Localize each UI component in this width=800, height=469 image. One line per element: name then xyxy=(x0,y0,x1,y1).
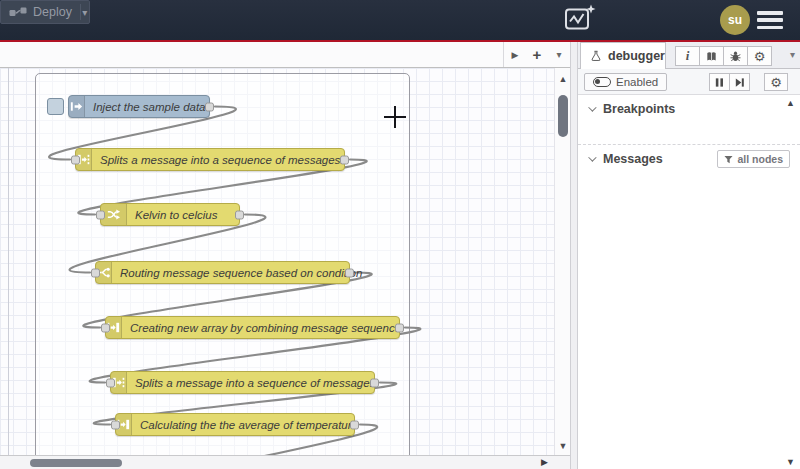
deploy-button[interactable]: Deploy ▾ xyxy=(0,0,90,24)
debugger-panel: Breakpoints Messages all nodes xyxy=(578,95,800,469)
enabled-label: Enabled xyxy=(616,76,658,88)
canvas-vertical-scrollbar[interactable]: ▲ ▼ xyxy=(554,68,570,455)
main-menu-button[interactable] xyxy=(757,11,783,29)
sidebar: debugger i xyxy=(578,42,800,469)
debug-tab-button[interactable] xyxy=(723,46,748,66)
flask-icon xyxy=(590,50,602,62)
sidebar-tab-buttons: i ⚙ xyxy=(676,46,772,66)
node-output-port[interactable] xyxy=(370,378,379,387)
scroll-tabs-right-button[interactable]: ▶ xyxy=(504,42,526,67)
node-label: Inject the sample data xyxy=(85,101,214,113)
debugger-settings-button[interactable]: ⚙ xyxy=(764,73,788,91)
inject-arrow-icon xyxy=(69,96,85,117)
vertical-scroll-thumb[interactable] xyxy=(558,95,568,137)
deploy-label: Deploy xyxy=(33,5,72,19)
message-filter-label: all nodes xyxy=(737,153,783,165)
breakpoints-section-header[interactable]: Breakpoints xyxy=(578,95,800,123)
pause-button[interactable] xyxy=(709,73,730,91)
header-bar: Deploy ▾ su xyxy=(0,0,800,40)
tab-debugger[interactable]: debugger xyxy=(580,42,666,69)
debugger-enabled-toggle[interactable]: Enabled xyxy=(584,73,667,91)
gear-icon: ⚙ xyxy=(770,75,782,90)
messages-title: Messages xyxy=(603,152,663,166)
node-output-port[interactable] xyxy=(345,268,354,277)
node-output-port[interactable] xyxy=(235,210,244,219)
flow-list-button[interactable]: ▾ xyxy=(548,42,570,67)
info-icon: i xyxy=(686,48,690,64)
deploy-caret-icon[interactable]: ▾ xyxy=(80,7,89,18)
add-flow-button[interactable]: + xyxy=(526,42,548,67)
flow-node-split[interactable]: Splits a message into a sequence of mess… xyxy=(75,148,345,171)
node-label: Routing message sequence based on condit… xyxy=(112,267,370,279)
horizontal-scroll-thumb[interactable] xyxy=(30,459,122,467)
chevron-down-icon xyxy=(588,103,596,111)
node-output-port[interactable] xyxy=(350,420,359,429)
funnel-icon xyxy=(724,155,733,164)
node-label: Calculating the the average of temperatu… xyxy=(132,419,366,431)
info-tab-button[interactable]: i xyxy=(675,46,700,66)
flow-node-inject[interactable]: Inject the sample data xyxy=(68,95,210,118)
bug-icon xyxy=(729,50,742,63)
flow-node-join[interactable]: Creating new array by combining message … xyxy=(105,316,400,339)
flow-preview-button[interactable] xyxy=(563,5,597,35)
step-forward-icon xyxy=(734,77,745,88)
node-input-port[interactable] xyxy=(101,323,110,332)
sidebar-tabbar: debugger i xyxy=(578,42,800,69)
tab-debugger-label: debugger xyxy=(608,49,665,63)
inject-trigger-button[interactable] xyxy=(47,98,64,115)
scroll-down-icon[interactable]: ▼ xyxy=(555,441,571,451)
menu-icon xyxy=(757,11,783,15)
flow-sparkle-icon xyxy=(564,4,597,36)
scroll-up-icon[interactable]: ▲ xyxy=(555,74,571,84)
node-output-port[interactable] xyxy=(205,102,214,111)
breakpoints-list xyxy=(578,123,800,145)
flow-tabbar: ▶ + ▾ xyxy=(0,42,570,68)
flow-tab-actions: ▶ + ▾ xyxy=(503,42,570,67)
node-label: Kelvin to celcius xyxy=(127,209,225,221)
node-input-port[interactable] xyxy=(91,268,100,277)
flow-node-change[interactable]: Kelvin to celcius xyxy=(100,203,240,226)
breakpoints-title: Breakpoints xyxy=(603,102,675,116)
sidebar-resize-handle[interactable] xyxy=(570,42,578,469)
pause-icon xyxy=(714,77,725,88)
step-button[interactable] xyxy=(729,73,750,91)
node-input-port[interactable] xyxy=(106,378,115,387)
sidebar-scroll-down-icon[interactable]: ▼ xyxy=(786,457,795,467)
messages-section-header[interactable]: Messages all nodes xyxy=(578,145,800,173)
node-output-port[interactable] xyxy=(395,323,404,332)
crosshair-cursor xyxy=(384,106,406,128)
node-label: Creating new array by combining message … xyxy=(122,322,409,334)
avatar-initials: su xyxy=(728,13,742,27)
deploy-node-icon xyxy=(9,6,27,18)
workspace: ▶ + ▾ Inject the sample dataSplits a mes… xyxy=(0,42,570,469)
sidebar-menu-caret-icon[interactable]: ▾ xyxy=(790,49,795,60)
node-output-port[interactable] xyxy=(340,155,349,164)
user-avatar[interactable]: su xyxy=(720,5,750,35)
node-input-port[interactable] xyxy=(71,155,80,164)
flow-node-switch[interactable]: Routing message sequence based on condit… xyxy=(95,261,350,284)
toggle-on-icon xyxy=(593,77,611,87)
flow-node-join[interactable]: Calculating the the average of temperatu… xyxy=(115,413,355,436)
gear-icon: ⚙ xyxy=(754,49,766,64)
node-label: Splits a message into a sequence of mess… xyxy=(127,377,387,389)
help-tab-button[interactable] xyxy=(699,46,724,66)
chevron-down-icon xyxy=(588,153,596,161)
scroll-right-icon[interactable]: ▶ xyxy=(541,457,548,467)
debugger-toolbar: Enabled ⚙ xyxy=(578,69,800,95)
sidebar-scroll-up-icon[interactable]: ▲ xyxy=(786,98,795,108)
config-tab-button[interactable]: ⚙ xyxy=(747,46,772,66)
message-filter-button[interactable]: all nodes xyxy=(717,150,790,168)
node-label: Splits a message into a sequence of mess… xyxy=(92,154,352,166)
node-input-port[interactable] xyxy=(96,210,105,219)
debugger-step-controls xyxy=(710,73,750,91)
node-input-port[interactable] xyxy=(111,420,120,429)
flow-canvas[interactable]: Inject the sample dataSplits a message i… xyxy=(0,68,554,455)
canvas-horizontal-scrollbar[interactable]: ▶ xyxy=(0,455,570,469)
flow-node-split[interactable]: Splits a message into a sequence of mess… xyxy=(110,371,375,394)
book-icon xyxy=(705,50,718,63)
